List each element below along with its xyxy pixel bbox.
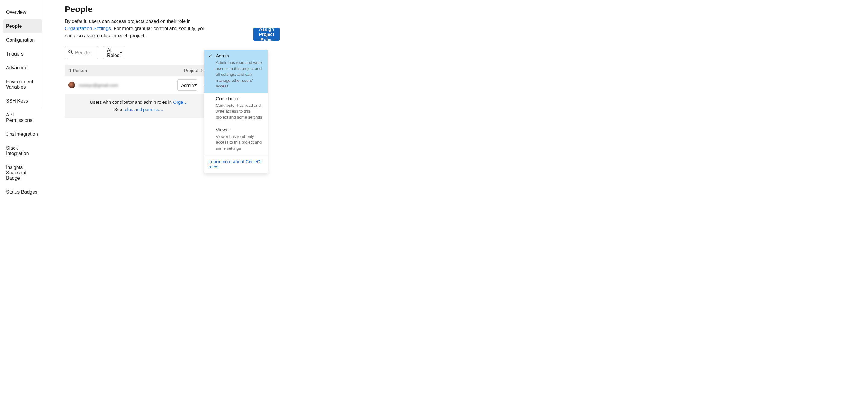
footer-roles-link[interactable]: roles and permiss… [123,107,163,112]
sidebar-divider [41,0,42,108]
option-desc: Admin has read and write access to this … [216,60,264,89]
sidebar-item-api-permissions[interactable]: API Permissions [3,108,41,127]
org-settings-link[interactable]: Organization Settings [65,26,111,31]
chevron-down-icon [119,52,122,54]
settings-sidebar: Overview People Configuration Triggers A… [3,5,41,200]
footer-text-mid: See [114,107,123,112]
sidebar-item-ssh-keys[interactable]: SSH Keys [3,94,41,108]
chevron-down-icon [194,84,197,86]
option-title: Contributor [216,96,264,102]
sidebar-item-status-badges[interactable]: Status Badges [3,185,41,199]
col-person: 1 Person [69,68,87,73]
sidebar-item-insights-badge[interactable]: Insights Snapshot Badge [3,161,41,185]
role-filter-label: All Roles [107,47,119,58]
option-desc: Viewer has read-only access to this proj… [216,134,264,151]
table-row: rosieyc@gmail.com Admin ··· [65,76,213,94]
main-content: People By default, users can access proj… [65,4,213,118]
dropdown-option-contributor[interactable]: Contributor Contributor has read and wri… [204,93,268,124]
assign-project-roles-button[interactable]: Assign Project Roles [253,28,280,41]
dropdown-option-viewer[interactable]: Viewer Viewer has read-only access to th… [204,124,268,155]
option-desc: Contributor has read and write access to… [216,103,264,120]
sidebar-item-configuration[interactable]: Configuration [3,33,41,47]
row-role-select[interactable]: Admin [177,79,197,91]
page-title: People [65,4,213,14]
sidebar-item-jira[interactable]: Jira Integration [3,127,41,141]
check-icon [208,53,213,58]
dropdown-learn-more-link[interactable]: Learn more about CircleCI roles. [204,155,268,173]
page-description: By default, users can access projects ba… [65,18,213,39]
svg-line-1 [71,53,73,54]
sidebar-item-overview[interactable]: Overview [3,5,41,19]
sidebar-item-webhooks[interactable]: Webhooks [3,199,41,200]
sidebar-item-advanced[interactable]: Advanced [3,61,41,75]
footer-text-pre: Users with contributor and admin roles i… [90,99,173,105]
option-title: Admin [216,53,264,59]
sidebar-item-slack[interactable]: Slack Integration [3,141,41,161]
people-table: 1 Person Project Role rosieyc@gmail.com … [65,64,213,118]
avatar [68,82,75,88]
dropdown-option-admin[interactable]: Admin Admin has read and write access to… [204,50,268,93]
sidebar-item-triggers[interactable]: Triggers [3,47,41,61]
controls-row: All Roles [65,46,213,59]
sidebar-item-env-vars[interactable]: Environment Variables [3,75,41,94]
role-dropdown: Admin Admin has read and write access to… [204,50,268,173]
footer-org-link[interactable]: Orga… [173,99,187,105]
table-header: 1 Person Project Role [65,64,213,76]
search-input[interactable] [75,50,95,56]
search-people-field[interactable] [65,46,98,59]
user-email: rosieyc@gmail.com [79,83,174,88]
description-text-pre: By default, users can access projects ba… [65,19,191,24]
search-icon [68,50,73,56]
svg-point-0 [69,50,72,53]
role-filter-select[interactable]: All Roles [103,46,125,59]
table-footer: Users with contributor and admin roles i… [65,94,213,118]
sidebar-item-people[interactable]: People [3,19,41,33]
row-role-value: Admin [181,83,194,88]
option-title: Viewer [216,127,264,133]
